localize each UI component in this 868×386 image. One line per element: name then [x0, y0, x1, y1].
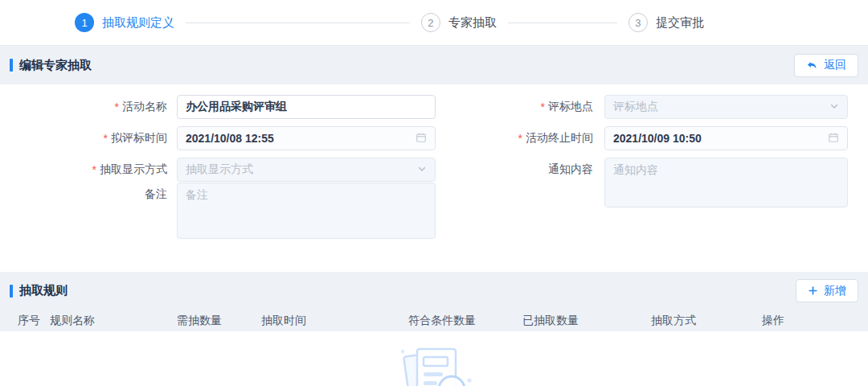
section-accent-bar — [10, 59, 13, 72]
rules-table-body — [0, 331, 868, 386]
required-mark: * — [92, 163, 96, 176]
planned-time-value: 2021/10/08 12:55 — [186, 132, 274, 145]
back-arrow-icon — [806, 60, 818, 72]
required-mark: * — [518, 132, 522, 145]
column-header-extracted-count: 已抽取数量 — [522, 314, 651, 328]
calendar-icon — [828, 132, 839, 146]
notice-content-field: 通知内容 — [450, 158, 848, 207]
display-mode-field: * 抽取显示方式 抽取显示方式 — [48, 158, 436, 182]
add-rule-button[interactable]: 新增 — [796, 279, 858, 302]
add-rule-label: 新增 — [824, 284, 846, 298]
column-header-matching-count: 符合条件数量 — [408, 314, 522, 328]
end-time-label: 活动终止时间 — [526, 131, 593, 146]
planned-time-label: 拟评标时间 — [111, 131, 167, 146]
remark-field: 备注 — [48, 183, 436, 239]
step-3-label: 提交审批 — [656, 15, 704, 31]
step-1-label: 抽取规则定义 — [102, 15, 174, 31]
remark-label: 备注 — [145, 187, 167, 202]
document-search-icon — [391, 341, 477, 386]
back-button-label: 返回 — [824, 58, 846, 72]
activity-name-label: 活动名称 — [122, 100, 167, 114]
step-2-label: 专家抽取 — [448, 15, 497, 31]
activity-name-field: * 活动名称 — [48, 95, 436, 119]
chevron-down-icon — [417, 163, 427, 176]
chevron-down-icon — [829, 101, 839, 113]
column-header-actions: 操作 — [762, 314, 850, 328]
step-connector — [186, 23, 410, 23]
remark-textarea[interactable] — [177, 183, 436, 239]
display-mode-select[interactable]: 抽取显示方式 — [177, 158, 436, 182]
section-accent-bar — [10, 285, 13, 298]
eval-location-select[interactable]: 评标地点 — [604, 95, 848, 119]
rules-table-header: 序号 规则名称 需抽数量 抽取时间 符合条件数量 已抽取数量 抽取方式 操作 — [0, 310, 868, 331]
column-header-index: 序号 — [18, 314, 50, 328]
step-1-number: 1 — [75, 13, 94, 32]
step-2-number: 2 — [421, 13, 440, 32]
step-connector — [508, 23, 617, 23]
rules-section-header: 抽取规则 新增 — [0, 272, 868, 310]
step-3-number: 3 — [628, 13, 648, 32]
display-mode-label: 抽取显示方式 — [100, 162, 167, 177]
calendar-icon — [416, 132, 427, 146]
column-header-extract-method: 抽取方式 — [651, 314, 762, 328]
plus-icon — [808, 285, 818, 296]
step-rule-definition[interactable]: 1 抽取规则定义 — [75, 13, 174, 32]
planned-time-field: * 拟评标时间 2021/10/08 12:55 — [48, 126, 436, 150]
edit-section-header: 编辑专家抽取 返回 — [0, 46, 868, 84]
notice-content-textarea[interactable] — [604, 158, 848, 207]
required-mark: * — [104, 132, 108, 145]
edit-section-title: 编辑专家抽取 — [19, 58, 92, 73]
column-header-extract-time: 抽取时间 — [261, 314, 408, 328]
activity-name-input[interactable] — [177, 95, 436, 119]
eval-location-field: * 评标地点 评标地点 — [450, 95, 848, 119]
required-mark: * — [115, 101, 119, 113]
step-submit-approval[interactable]: 3 提交审批 — [628, 13, 704, 32]
eval-location-label: 评标地点 — [548, 100, 593, 114]
step-expert-extraction[interactable]: 2 专家抽取 — [421, 13, 497, 32]
rules-section-title: 抽取规则 — [19, 283, 68, 298]
back-button[interactable]: 返回 — [794, 54, 858, 77]
end-time-field: * 活动终止时间 2021/10/09 10:50 — [450, 126, 848, 150]
wizard-stepper: 1 抽取规则定义 2 专家抽取 3 提交审批 — [0, 0, 868, 46]
eval-location-placeholder: 评标地点 — [613, 100, 658, 114]
required-mark: * — [541, 101, 545, 113]
expert-extraction-form: * 活动名称 * 评标地点 评标地点 * 拟评标时间 2021/10/08 12… — [0, 84, 868, 272]
display-mode-placeholder: 抽取显示方式 — [186, 162, 253, 177]
end-time-value: 2021/10/09 10:50 — [613, 132, 702, 145]
column-header-rule-name: 规则名称 — [50, 314, 177, 328]
planned-time-input[interactable]: 2021/10/08 12:55 — [177, 126, 436, 150]
notice-content-label: 通知内容 — [548, 162, 593, 177]
column-header-needed-count: 需抽数量 — [177, 314, 261, 328]
end-time-input[interactable]: 2021/10/09 10:50 — [604, 126, 848, 150]
